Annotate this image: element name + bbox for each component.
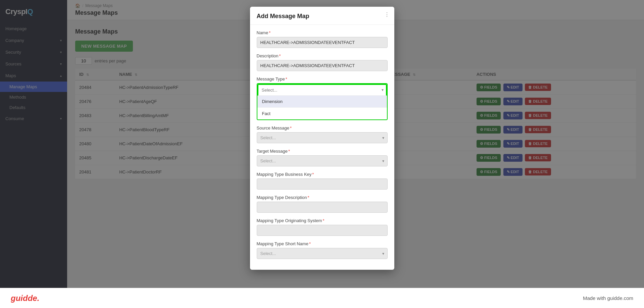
name-input[interactable] (257, 37, 388, 48)
description-label: Description* (257, 53, 388, 58)
mapping-short-label: Mapping Type Short Name* (257, 241, 388, 246)
description-input[interactable] (257, 60, 388, 71)
mapping-bk-input[interactable] (257, 178, 388, 190)
target-message-select-wrapper: Select... ▾ (257, 155, 388, 166)
mapping-orig-form-group: Mapping Type Originating System* (257, 218, 388, 236)
message-type-form-group: Message Type* ▾ Dimension Fact (257, 76, 388, 120)
modal-header: Add Message Map ⋮ (250, 7, 394, 25)
modal-title: Add Message Map (257, 13, 388, 20)
target-message-label: Target Message* (257, 149, 388, 154)
mapping-short-select-wrapper: Select... ▾ (257, 248, 388, 259)
name-form-group: Name* (257, 30, 388, 48)
source-message-select[interactable]: Select... (257, 132, 388, 143)
dropdown-chevron-icon: ▾ (382, 88, 384, 92)
message-type-dropdown: ▾ Dimension Fact (257, 83, 388, 120)
source-message-select-wrapper: Select... ▾ (257, 132, 388, 143)
footer-text: Made with guidde.com (583, 295, 633, 301)
mapping-orig-input[interactable] (257, 225, 388, 236)
mapping-short-select[interactable]: Select... (257, 248, 388, 259)
message-type-label: Message Type* (257, 76, 388, 82)
scroll-indicator: ⋮ (384, 11, 390, 18)
modal-backdrop: Add Message Map ⋮ Name* Description (67, 0, 644, 288)
mapping-bk-label: Mapping Type Business Key* (257, 172, 388, 177)
modal-body: Name* Description* Message (250, 25, 394, 270)
name-label: Name* (257, 30, 388, 35)
footer: guidde. Made with guidde.com (0, 288, 644, 308)
mapping-desc-input[interactable] (257, 202, 388, 213)
add-message-map-modal: Add Message Map ⋮ Name* Description (250, 7, 394, 270)
footer-logo: guidde. (11, 294, 39, 303)
mapping-bk-form-group: Mapping Type Business Key* (257, 172, 388, 190)
main-content: 🏠 / Message Maps Message Maps Message Ma… (67, 0, 644, 288)
dropdown-item-fact[interactable]: Fact (257, 107, 387, 119)
message-type-search[interactable] (257, 84, 387, 96)
target-message-form-group: Target Message* Select... ▾ (257, 149, 388, 166)
dropdown-search-row: ▾ (257, 84, 387, 96)
mapping-desc-form-group: Mapping Type Description* (257, 195, 388, 213)
description-form-group: Description* (257, 53, 388, 71)
mapping-desc-label: Mapping Type Description* (257, 195, 388, 200)
mapping-orig-label: Mapping Type Originating System* (257, 218, 388, 223)
source-message-label: Source Message* (257, 125, 388, 131)
source-message-form-group: Source Message* Select... ▾ (257, 125, 388, 143)
dropdown-list: Dimension Fact (257, 96, 387, 119)
mapping-short-form-group: Mapping Type Short Name* Select... ▾ (257, 241, 388, 259)
dropdown-item-dimension[interactable]: Dimension (257, 96, 387, 107)
target-message-select[interactable]: Select... (257, 155, 388, 166)
